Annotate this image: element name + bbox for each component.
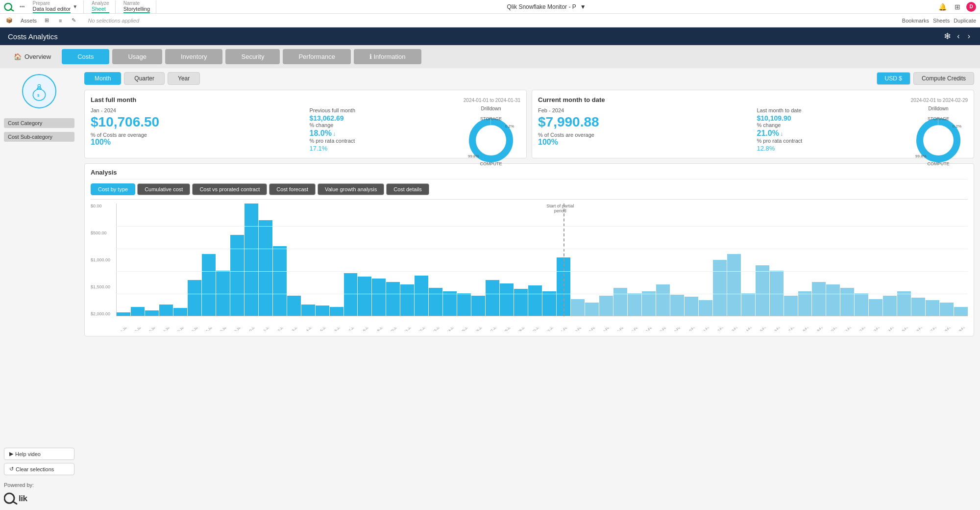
tab-performance[interactable]: Performance (283, 49, 350, 64)
chart-bar[interactable] (826, 284, 840, 316)
chart-bar[interactable] (117, 312, 130, 316)
nav-forward-icon[interactable]: › (966, 31, 972, 42)
tab-security[interactable]: Security (225, 49, 280, 64)
tab-costs[interactable]: Costs (62, 49, 109, 64)
list-icon[interactable]: ≡ (57, 17, 64, 25)
chart-bar[interactable] (585, 303, 599, 316)
chart-bar[interactable] (316, 306, 329, 316)
chart-bars[interactable] (116, 204, 968, 316)
analysis-tab-1[interactable]: Cumulative cost (137, 183, 190, 195)
chart-bar[interactable] (372, 279, 386, 316)
chart-bar[interactable] (784, 296, 798, 316)
chart-bar[interactable] (159, 305, 173, 316)
chart-bar[interactable] (883, 296, 897, 316)
year-btn[interactable]: Year (168, 72, 200, 85)
chart-bar[interactable] (386, 282, 400, 316)
chart-bar[interactable] (330, 307, 343, 316)
analysis-tab-5[interactable]: Cost details (386, 183, 429, 195)
chart-bar[interactable] (756, 265, 769, 316)
chart-bar[interactable] (954, 307, 968, 316)
chart-bar[interactable] (400, 284, 414, 316)
chart-bar[interactable] (812, 282, 826, 316)
grid-icon[interactable]: ⊞ (953, 2, 962, 12)
analysis-tab-3[interactable]: Cost forecast (269, 183, 316, 195)
chart-bar[interactable] (287, 296, 301, 316)
tab-overview[interactable]: 🏠 Overview (6, 49, 59, 64)
edit-icon[interactable]: ✎ (70, 16, 78, 25)
analysis-tab-4[interactable]: Value growth analysis (318, 183, 384, 195)
chart-bar[interactable] (656, 284, 670, 316)
x-label: 29-Feb (956, 328, 968, 331)
chart-bar[interactable] (230, 235, 244, 316)
chart-bar[interactable] (599, 296, 613, 316)
chart-bar[interactable] (855, 293, 868, 316)
chart-bar[interactable] (911, 298, 925, 316)
chart-bar[interactable] (670, 295, 684, 316)
month-btn[interactable]: Month (84, 72, 121, 85)
assets-icon[interactable]: 📦 (4, 16, 15, 25)
chart-bar[interactable] (897, 291, 911, 316)
tab-inventory[interactable]: Inventory (165, 49, 222, 64)
chart-bar[interactable] (741, 293, 755, 316)
cost-category-filter[interactable]: Cost Category (4, 118, 74, 128)
assets-label[interactable]: Assets (21, 18, 37, 24)
chart-bar[interactable] (301, 305, 315, 316)
chart-bar[interactable] (443, 291, 457, 316)
tab-usage[interactable]: Usage (112, 49, 162, 64)
x-label: 8-Jan (218, 328, 230, 331)
prepare-sub[interactable]: Data load editor (33, 6, 71, 13)
chart-bar[interactable] (273, 246, 287, 316)
chart-bar[interactable] (245, 204, 258, 316)
duplicate-btn[interactable]: Duplicate (954, 18, 976, 24)
sheets-btn[interactable]: Sheets (933, 18, 950, 24)
chart-bar[interactable] (840, 288, 854, 316)
bell-icon[interactable]: 🔔 (936, 2, 949, 12)
chart-bar[interactable] (471, 296, 485, 316)
chart-bar[interactable] (869, 299, 882, 316)
chart-bar[interactable] (528, 285, 542, 316)
chart-bar[interactable] (188, 280, 201, 316)
cost-subcategory-filter[interactable]: Cost Sub-category (4, 132, 74, 142)
chart-bar[interactable] (542, 291, 556, 316)
chart-bar[interactable] (486, 280, 499, 316)
chart-bar[interactable] (429, 288, 442, 316)
analysis-tab-0[interactable]: Cost by type (91, 183, 135, 195)
chart-bar[interactable] (457, 293, 471, 316)
chart-bar[interactable] (131, 307, 145, 316)
chart-bar[interactable] (685, 297, 698, 316)
chart-bar[interactable] (145, 310, 159, 316)
nav-back-icon[interactable]: ‹ (955, 31, 961, 42)
chart-bar[interactable] (699, 300, 712, 316)
app-title-dropdown-icon[interactable]: ▼ (580, 3, 586, 10)
compute-credits-btn[interactable]: Compute Credits (913, 72, 974, 85)
chart-bar[interactable] (940, 303, 954, 316)
chart-bar[interactable] (571, 299, 585, 316)
chart-bar[interactable] (628, 293, 641, 316)
change-value-1: 18.0% (310, 129, 332, 138)
user-avatar[interactable]: D (966, 2, 976, 12)
quarter-btn[interactable]: Quarter (124, 72, 165, 85)
clear-selections-btn[interactable]: ↺ Clear selections (4, 463, 74, 475)
analysis-tab-2[interactable]: Cost vs prorated contract (192, 183, 267, 195)
chart-bar[interactable] (926, 300, 939, 316)
currency-btn[interactable]: USD $ (877, 72, 910, 85)
chart-bar[interactable] (798, 291, 812, 316)
help-video-btn[interactable]: ▶ Help video (4, 448, 74, 460)
chart-bar[interactable] (500, 283, 514, 316)
grid-small-icon[interactable]: ⊞ (43, 16, 51, 25)
chart-bar[interactable] (173, 308, 187, 316)
chart-bar[interactable] (259, 220, 272, 316)
chart-bar[interactable] (713, 260, 727, 316)
chart-bar[interactable] (344, 273, 358, 316)
analyze-sub[interactable]: Sheet (92, 6, 109, 13)
chart-bar[interactable] (514, 289, 528, 316)
chart-bar[interactable] (613, 288, 627, 316)
chart-bar[interactable] (415, 276, 428, 316)
chart-bar[interactable] (642, 291, 656, 316)
tab-information[interactable]: ℹ Information (354, 49, 421, 64)
chart-bar[interactable] (727, 254, 741, 316)
narrate-sub[interactable]: Storytelling (123, 6, 150, 13)
chart-bar[interactable] (202, 254, 216, 316)
chart-bar[interactable] (358, 277, 371, 316)
bookmarks-btn[interactable]: Bookmarks (902, 18, 929, 24)
